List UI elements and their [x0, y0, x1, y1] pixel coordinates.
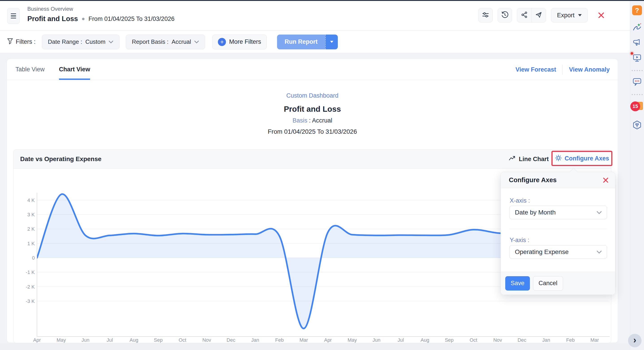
- date-range-label: Date Range :: [48, 38, 82, 45]
- svg-text:-1 K: -1 K: [26, 269, 35, 275]
- gear-icon: [555, 154, 562, 162]
- report-basis-line: Basis : Accrual: [7, 117, 618, 124]
- filters-label: Filters :: [16, 38, 36, 45]
- chevron-down-icon: [578, 14, 582, 16]
- feedback-chat-button[interactable]: [632, 77, 642, 86]
- date-range-value: Custom: [86, 38, 106, 45]
- plus-icon: +: [218, 38, 226, 46]
- page-title-row: Profit and Loss From 01/04/2025 To 31/03…: [27, 15, 174, 23]
- basis-label: Basis: [292, 117, 307, 124]
- run-report-button[interactable]: Run Report: [277, 35, 325, 49]
- tab-chart-view[interactable]: Chart View: [59, 59, 90, 80]
- sidebar-separator: [632, 70, 643, 71]
- monitor-play-icon: [632, 53, 642, 62]
- expand-panel-button[interactable]: ›: [628, 334, 642, 347]
- popup-footer: Save Cancel: [501, 272, 615, 294]
- zia-assistant-button[interactable]: [632, 23, 642, 32]
- vertical-divider: [562, 65, 563, 75]
- right-sidebar: ? 15: [630, 1, 644, 350]
- svg-text:Feb: Feb: [566, 337, 575, 343]
- chart-type-dropdown[interactable]: Line Chart: [509, 155, 555, 163]
- dot-separator: [82, 18, 84, 20]
- y-axis-select[interactable]: Operating Expense: [509, 245, 607, 259]
- x-axis-select[interactable]: Date by Month: [509, 206, 607, 219]
- page-title: Profit and Loss: [27, 15, 78, 23]
- video-tour-button[interactable]: [632, 53, 642, 62]
- report-date-range: From 01/04/2025 To 31/03/2026: [7, 128, 618, 135]
- header-actions: Export: [478, 8, 605, 23]
- export-button[interactable]: Export: [551, 8, 588, 23]
- svg-text:Jul: Jul: [106, 337, 113, 343]
- svg-text:Apr: Apr: [33, 337, 41, 343]
- share-send-group: [517, 8, 546, 23]
- svg-text:Sep: Sep: [445, 337, 454, 343]
- view-anomaly-link[interactable]: View Anomaly: [569, 66, 610, 73]
- view-tabs: Table View Chart View View Forecast View…: [7, 59, 618, 80]
- svg-text:Aug: Aug: [130, 337, 138, 343]
- x-axis-label: X-axis :: [510, 197, 530, 204]
- svg-text:Oct: Oct: [470, 337, 477, 343]
- send-button[interactable]: [532, 8, 546, 22]
- chart-controls: Line Chart: [509, 150, 555, 169]
- cancel-button[interactable]: Cancel: [533, 276, 563, 290]
- svg-text:May: May: [56, 337, 66, 343]
- chevron-down-icon: [596, 250, 602, 254]
- report-basis-label: Report Basis :: [132, 38, 168, 45]
- save-button[interactable]: Save: [505, 276, 530, 290]
- filters-label-group: Filters :: [7, 38, 36, 46]
- svg-text:2 K: 2 K: [27, 226, 35, 232]
- chevron-down-icon: [330, 41, 333, 43]
- svg-text:Dec: Dec: [518, 337, 526, 343]
- report-title: Profit and Loss: [7, 105, 618, 114]
- x-axis-value: Date by Month: [515, 209, 556, 216]
- configure-axes-button[interactable]: Configure Axes: [552, 151, 612, 166]
- svg-text:May: May: [348, 337, 357, 343]
- chevron-down-icon: [596, 211, 602, 214]
- share-button[interactable]: [517, 8, 532, 22]
- popup-close-button[interactable]: [602, 177, 609, 184]
- announcements-button[interactable]: [632, 39, 642, 47]
- svg-text:1 K: 1 K: [27, 241, 35, 246]
- close-icon: [597, 11, 605, 19]
- svg-text:-3 K: -3 K: [26, 298, 35, 304]
- megaphone-icon: [632, 39, 642, 47]
- hamburger-menu-button[interactable]: [7, 8, 20, 24]
- close-report-button[interactable]: [597, 11, 605, 19]
- svg-text:Jan: Jan: [251, 337, 259, 343]
- svg-text:Nov: Nov: [202, 337, 211, 343]
- tab-table-view-label: Table View: [16, 66, 44, 73]
- report-basis-filter[interactable]: Report Basis : Accrual: [126, 35, 205, 49]
- tab-table-view[interactable]: Table View: [16, 59, 44, 80]
- share-icon: [521, 11, 528, 19]
- zia-icon: [632, 23, 642, 32]
- help-question-icon: ?: [635, 7, 639, 14]
- chart-type-label: Line Chart: [519, 156, 549, 163]
- help-button[interactable]: ?: [632, 6, 642, 15]
- tab-chart-view-label: Chart View: [59, 66, 90, 73]
- sidebar-separator: [632, 94, 643, 95]
- breadcrumb[interactable]: Business Overview: [27, 6, 73, 12]
- view-forecast-link[interactable]: View Forecast: [516, 66, 556, 73]
- more-filters-button[interactable]: + More Filters: [212, 35, 267, 49]
- bottom-gutter: [0, 343, 630, 350]
- run-report-dropdown-button[interactable]: [325, 35, 338, 49]
- export-label: Export: [557, 12, 574, 19]
- integrations-button[interactable]: [632, 120, 642, 130]
- notifications-button[interactable]: 15: [631, 101, 643, 112]
- date-range-filter[interactable]: Date Range : Custom: [42, 35, 120, 49]
- close-icon: [602, 177, 609, 184]
- configure-axes-popup: Configure Axes X-axis : Date by Month Y-…: [500, 172, 615, 294]
- y-axis-label: Y-axis :: [510, 237, 530, 244]
- customize-button[interactable]: [478, 8, 493, 23]
- popup-header: Configure Axes: [501, 172, 615, 188]
- refresh-history-button[interactable]: [498, 8, 512, 23]
- svg-text:4 K: 4 K: [27, 197, 35, 203]
- svg-text:3 K: 3 K: [27, 212, 35, 217]
- popup-title: Configure Axes: [509, 176, 556, 184]
- svg-text:0: 0: [32, 255, 35, 261]
- popup-divider: [509, 229, 607, 229]
- svg-text:Apr: Apr: [324, 337, 332, 343]
- svg-text:Oct: Oct: [179, 337, 186, 343]
- svg-text:Nov: Nov: [493, 337, 502, 343]
- custom-dashboard-link[interactable]: Custom Dashboard: [286, 92, 338, 99]
